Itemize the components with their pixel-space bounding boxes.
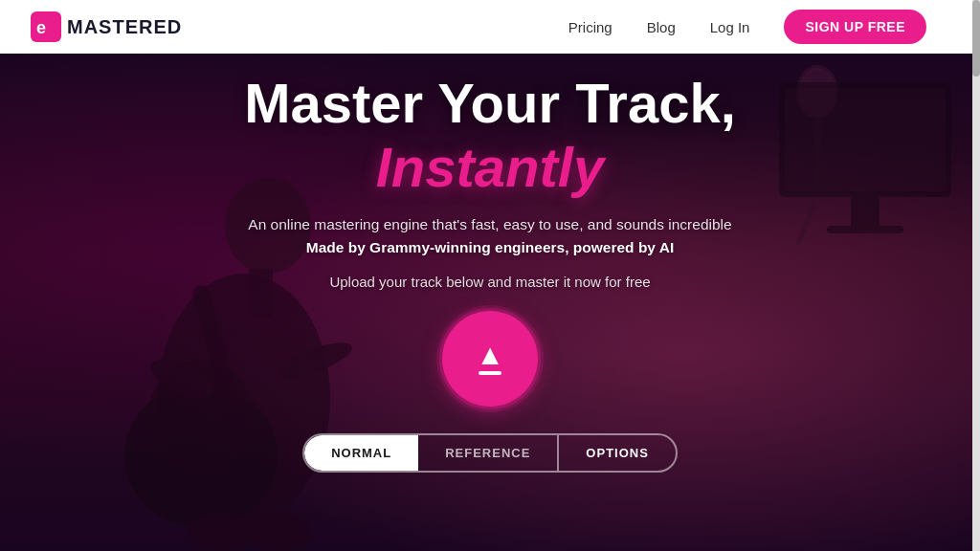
hero-headline-line1: Master Your Track, xyxy=(244,75,736,133)
signup-button[interactable]: SIGN UP FREE xyxy=(784,10,926,44)
logo-icon: e xyxy=(31,11,61,42)
navbar: e MASTERED Pricing Blog Log In SIGN UP F… xyxy=(0,0,980,54)
hero-content: Master Your Track, Instantly An online m… xyxy=(0,54,980,551)
hero-subtext: An online mastering engine that's fast, … xyxy=(248,216,731,233)
scrollbar[interactable] xyxy=(972,0,980,551)
upload-button[interactable]: ▲ xyxy=(442,311,538,407)
mode-toggle-bar: NORMAL REFERENCE OPTIONS xyxy=(302,433,678,473)
upload-icon: ▲ xyxy=(476,342,504,375)
logo-text: MASTERED xyxy=(67,16,182,38)
hero-section: Master Your Track, Instantly An online m… xyxy=(0,54,980,551)
hero-headline-line2: Instantly xyxy=(376,137,605,198)
nav-links: Pricing Blog Log In SIGN UP FREE xyxy=(568,10,926,44)
toggle-options-button[interactable]: OPTIONS xyxy=(557,435,676,471)
hero-subtext-bold: Made by Grammy-winning engineers, powere… xyxy=(306,239,674,256)
hero-upload-prompt: Upload your track below and master it no… xyxy=(329,274,650,290)
scrollbar-thumb[interactable] xyxy=(972,0,980,77)
toggle-normal-button[interactable]: NORMAL xyxy=(304,435,418,471)
nav-blog[interactable]: Blog xyxy=(647,19,676,35)
nav-login[interactable]: Log In xyxy=(710,19,750,35)
nav-pricing[interactable]: Pricing xyxy=(568,19,612,35)
toggle-reference-button[interactable]: REFERENCE xyxy=(418,435,557,471)
svg-text:e: e xyxy=(36,18,46,37)
logo[interactable]: e MASTERED xyxy=(31,11,182,42)
